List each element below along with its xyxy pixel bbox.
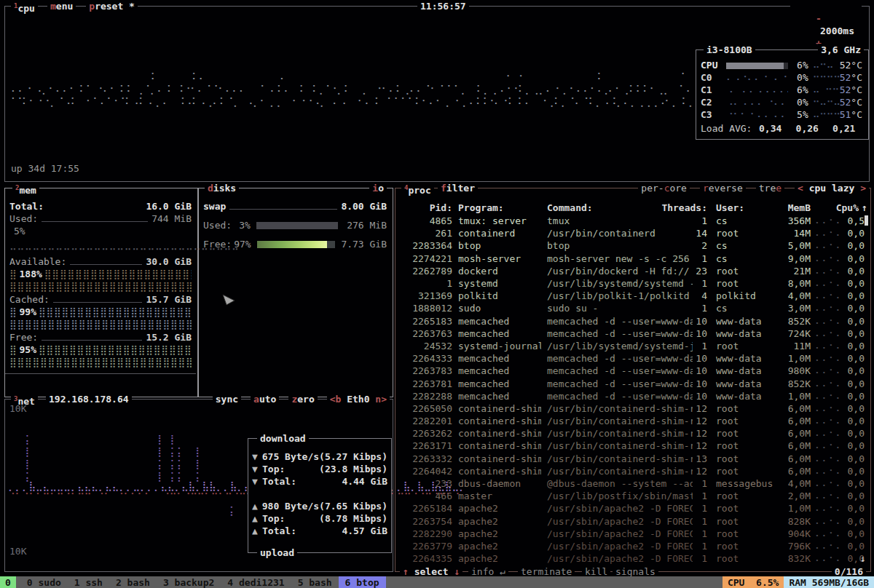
tmux-window-4-dedi1231[interactable]: 4 dedi1231 [221, 576, 291, 588]
proc-user: root [716, 528, 777, 540]
col-header-mem[interactable]: MemB [777, 202, 811, 214]
mem-used-pct: 5% [14, 225, 25, 237]
proc-cpu: 0,0 [844, 352, 865, 365]
process-row[interactable]: 24532systemd-journal/usr/lib/systemd/sys… [401, 340, 865, 352]
process-row[interactable]: 2264333memcachedmemcached -d --user=www-… [401, 352, 865, 365]
titlebar-button-p[interactable]: preset * [86, 0, 138, 12]
proc-mem-graph: ⠄⠄⠂⠄⠄⠂ [815, 552, 843, 565]
tmux-window-1-ssh[interactable]: 1 ssh [68, 576, 109, 588]
core-temp-value: 52°C [840, 71, 862, 84]
proc-threads: 1 [693, 528, 707, 540]
col-header-cpu[interactable]: Cpu% [815, 202, 859, 214]
disks-io-button[interactable]: io [369, 182, 387, 194]
proc-command: /usr/sbin/apache2 -D FOREGRO [547, 515, 693, 528]
process-row[interactable]: 2263754apache2/usr/sbin/apache2 -D FOREG… [401, 515, 865, 528]
proc-mem-graph: ⠄⠄⠂⠄⠄⠂ [815, 515, 843, 528]
proc-threads: 13 [693, 453, 707, 465]
process-row[interactable]: 2265050containerd-shim/usr/bin/container… [401, 402, 865, 415]
proc-scroll-down-arrow[interactable]: ↓ [860, 552, 866, 565]
proc-cpu: 0,0 [844, 402, 865, 415]
proc-scrollbar[interactable] [865, 215, 868, 226]
tmux-session-badge[interactable]: 0 [0, 576, 16, 588]
proc-program: master [458, 490, 541, 502]
tmux-window-6-btop[interactable]: 6 btop [339, 576, 386, 588]
net-button-sync[interactable]: sync [213, 393, 241, 405]
proc-program: containerd-shim [458, 427, 541, 440]
net-button-auto[interactable]: auto [251, 393, 279, 405]
proc-mem: 6,0M [777, 427, 811, 440]
download-stat-value: (23.8 Mibps) [319, 463, 387, 475]
process-row[interactable]: 1systemd/usr/lib/systemd/systemd --s1roo… [401, 277, 865, 290]
proc-mem-graph: ⠄⠄⠂⠄⠄⠂ [815, 427, 843, 440]
process-row[interactable]: 466master/usr/lib/postfix/sbin/master1ro… [401, 490, 865, 502]
proc-pid: 2264333 [401, 352, 452, 365]
process-row[interactable]: 2282201containerd-shim/usr/bin/container… [401, 415, 865, 427]
proc-program: systemd-journal [458, 340, 541, 352]
process-row[interactable]: 2264042containerd-shim/usr/bin/container… [401, 465, 865, 477]
process-row[interactable]: 2263171containerd-shim/usr/bin/container… [401, 440, 865, 452]
proc-mem: 4,0M [777, 290, 811, 302]
proc-filter-button[interactable]: filter [438, 182, 478, 194]
mem-fill-texture: ⣿⣿⣿⣿⣿⣿⣿⣿⣿⣿⣿⣿⣿⣿⣿⣿⣿⣿⣿⣿⣿⣿⣿⣿⣿⣿⣿⣿⣿⣿⣿⣿⣿⣿⣿⣿⣿⣿⣿⣿ [9, 356, 192, 368]
process-row[interactable]: 2282290apache2/usr/sbin/apache2 -D FOREG… [401, 528, 865, 540]
col-header-program[interactable]: Program: [458, 202, 504, 214]
mem-fill-texture: ⣿⣿⣿⣿⣿⣿⣿⣿⣿⣿⣿⣿⣿⣿⣿⣿⣿⣿⣿⣿⣿⣿⣿⣿⣿⣿⣿⣿⣿⣿⣿⣿⣿⣿⣿⣿⣿⣿⣿⣿ [44, 268, 192, 280]
process-row[interactable]: 2265184apache2/usr/sbin/apache2 -D FOREG… [401, 502, 865, 514]
core-temp-value: 51°C [840, 108, 862, 121]
core-temp-value: 52°C [840, 96, 862, 108]
proc-option-per-core[interactable]: per-core [638, 182, 690, 194]
process-row[interactable]: 2263763memcachedmemcached -d --user=www-… [401, 327, 865, 340]
process-row[interactable]: 2265183memcachedmemcached -d --user=www-… [401, 315, 865, 327]
proc-option-reverse[interactable]: reverse [700, 182, 746, 194]
process-row[interactable]: 2263262containerd-shim/usr/bin/container… [401, 427, 865, 440]
col-header-user[interactable]: User: [716, 202, 744, 214]
proc-pid: 2263171 [401, 440, 452, 452]
mem-section-label: Cached: [9, 293, 50, 306]
process-row[interactable]: 4865tmux: servertmux1cs356M⠄⠄⠂⠄⠄⠂0,5 [401, 215, 865, 227]
proc-program: apache2 [458, 528, 541, 540]
proc-user: www-data [716, 378, 777, 390]
tmux-window-5-bash[interactable]: 5 bash [291, 576, 339, 588]
col-header-threads[interactable]: Threads: [656, 202, 707, 214]
proc-program: systemd [458, 277, 541, 290]
process-row[interactable]: 2263332containerd-shim/usr/bin/container… [401, 453, 865, 465]
proc-cpu: 0,0 [844, 277, 865, 290]
proc-mem: 6,0M [777, 440, 811, 452]
col-header-command[interactable]: Command: [547, 202, 593, 214]
interval-minus-button[interactable]: - [816, 13, 822, 24]
proc-threads: 10 [693, 352, 707, 365]
titlebar-button-m[interactable]: menu [47, 0, 76, 12]
process-row[interactable]: 2264335apache2/usr/sbin/apache2 -D FOREG… [401, 552, 865, 565]
process-row[interactable]: 2274221mosh-servermosh-server new -s -c … [401, 253, 865, 265]
proc-cpu: 0,0 [844, 515, 865, 528]
process-row[interactable]: 2282288memcachedmemcached -d --user=www-… [401, 390, 865, 402]
process-row[interactable]: 2262789dockerd/usr/bin/dockerd -H fd:// … [401, 265, 865, 277]
proc-mem-graph: ⠄⠄⠂⠄⠄⠂ [815, 477, 843, 490]
process-row[interactable]: 1888012sudosudo su -1cs3,0M⠄⠄⠂⠄⠄⠂0,0 [401, 302, 865, 314]
cpu-meter [726, 63, 788, 69]
process-row[interactable]: 233dbus-daemon@dbus-daemon --system --ad… [401, 477, 865, 490]
tmux-window-0-sudo[interactable]: 0 sudo [20, 576, 68, 588]
col-header-pid[interactable]: Pid: [401, 202, 452, 214]
proc-mem: 832K [777, 552, 811, 565]
mem-fill-texture: ⣿⣿⣿⣿⣿⣿⣿⣿⣿⣿⣿⣿⣿⣿⣿⣿⣿⣿⣿⣿⣿⣿⣿⣿⣿⣿⣿⣿⣿⣿⣿⣿⣿⣿⣿⣿⣿⣿⣿⣿ [39, 343, 192, 356]
sort-direction-arrow: ↑ [862, 202, 867, 214]
proc-option-tree[interactable]: tree [756, 182, 784, 194]
cpu-core-row-C3: C3⠐⠂⠂⠐⠠⠠ ⠄⠄⠂⠄⠂5%⠤⠒⠒⠒⠤⠤51°C [701, 108, 862, 121]
tmux-window-2-bash[interactable]: 2 bash [109, 576, 157, 588]
net-interface-selector[interactable]: <b Eth0 n> [327, 393, 390, 405]
net-button-zero[interactable]: zero [288, 393, 317, 405]
proc-sort-selector[interactable]: < cpu lazy > [795, 182, 869, 194]
proc-cpu: 0,0 [844, 253, 865, 265]
process-row[interactable]: 2283364btopbtop2cs5,0M⠄⠄⠂⠄⠄⠂0,0 [401, 239, 865, 252]
process-row[interactable]: 2263783memcachedmemcached -d --user=www-… [401, 365, 865, 377]
process-row[interactable]: 261containerd/usr/bin/containerd14root14… [401, 227, 865, 239]
mem-fill-texture: ⣿⣿⣿⣿⣿⣿⣿⣿⣿⣿⣿⣿⣿⣿⣿⣿⣿⣿⣿⣿⣿⣿⣿⣿⣿⣿⣿⣿⣿⣿⣿⣿⣿⣿⣿⣿⣿⣿⣿⣿ [9, 318, 192, 330]
tmux-window-3-backup2[interactable]: 3 backup2 [157, 576, 221, 588]
proc-box-title: 4proc [401, 182, 434, 196]
proc-command: /usr/bin/containerd-shim-run [547, 415, 693, 427]
proc-command: memcached -d --user=www-data [547, 352, 693, 365]
process-row[interactable]: 2263779apache2/usr/sbin/apache2 -D FOREG… [401, 540, 865, 552]
process-row[interactable]: 2263781memcachedmemcached -d --user=www-… [401, 377, 865, 389]
process-row[interactable]: 321369polkitd/usr/lib/polkit-1/polkitd -… [401, 290, 865, 302]
